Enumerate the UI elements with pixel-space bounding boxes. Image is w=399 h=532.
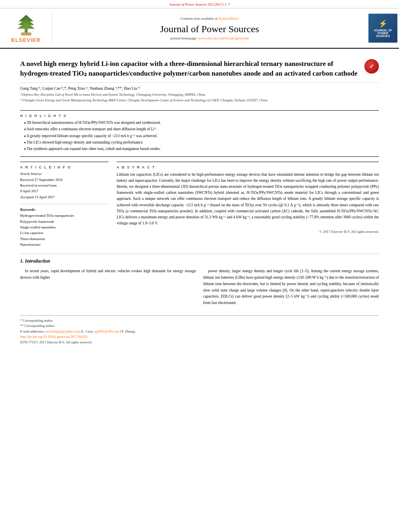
- article-title-section: A novel high energy hybrid Li-ion capaci…: [20, 53, 379, 83]
- footnote-corresponding-2: ** Corresponding author.: [20, 323, 379, 329]
- journal-homepage-link[interactable]: www.elsevier.com/locate/jpowsour: [198, 36, 249, 40]
- doi-link[interactable]: http://dx.doi.org/10.1016/j.jpowsour.201…: [20, 335, 88, 339]
- journal-title: Journal of Power Sources: [60, 24, 359, 35]
- intro-para-left: In recent years, rapid development of hy…: [20, 268, 196, 281]
- intro-title: 1. Introduction: [20, 258, 379, 264]
- history-subsection: Article history: Received 27 September 2…: [20, 172, 109, 200]
- intro-right-col: power density, larger energy density and…: [203, 268, 379, 309]
- sciencedirect-line: Contents lists available at ScienceDirec…: [60, 16, 359, 21]
- revised-date: 9 April 2017: [20, 188, 109, 194]
- highlight-item: 3D hierarchical nanostructures of H-TiO₂…: [24, 120, 379, 125]
- affiliation-b: ᵇ Chengdu Green Energy and Green Manufac…: [20, 98, 379, 103]
- journal-homepage: journal homepage: www.elsevier.com/locat…: [60, 36, 359, 40]
- authors-line: Gang Tang ᵃ, Liujun Cao ᵇ,*, Peng Xiao ᵃ…: [20, 86, 379, 90]
- abstract-text: Lithium ion capacitors (LICs) are consid…: [117, 172, 379, 227]
- highlight-item: A greatly improved lithium storage speci…: [24, 134, 379, 139]
- authors-section: Gang Tang ᵃ, Liujun Cao ᵇ,*, Peng Xiao ᵃ…: [20, 83, 379, 107]
- article-info-abstract-row: A R T I C L E I N F O Article history: R…: [20, 162, 379, 248]
- intro-para-right: power density, larger energy density and…: [203, 268, 379, 306]
- keyword-item: Three-dimension: [20, 236, 109, 242]
- footnote-emails: E-mail addresses: mrcaoliujun@yahoo.com …: [20, 329, 379, 335]
- highlight-item: The synthesis approach can expand into o…: [24, 146, 379, 152]
- highlights-list: 3D hierarchical nanostructures of H-TiO₂…: [20, 120, 379, 152]
- abstract-section: A B S T R A C T Lithium ion capacitors (…: [117, 162, 379, 234]
- journal-citation: Journal of Power Sources 355 (2017) 1–7: [0, 0, 399, 8]
- article-info-label: A R T I C L E I N F O: [20, 165, 109, 169]
- copyright-line: © 2017 Elsevier B.V. All rights reserved…: [117, 230, 379, 234]
- highlights-label: H I G H L I G H T S: [20, 114, 379, 118]
- highlight-item: The LICs showed high energy density and …: [24, 140, 379, 145]
- highlights-section: H I G H L I G H T S 3D hierarchical nano…: [20, 110, 379, 156]
- introduction-section: 1. Introduction In recent years, rapid d…: [20, 254, 379, 309]
- article-info-col: A R T I C L E I N F O Article history: R…: [20, 162, 109, 248]
- abstract-label: A B S T R A C T: [117, 165, 379, 169]
- highlight-item: Such networks offer a continuous electro…: [24, 127, 379, 132]
- journal-header: ELSEVIER Contents lists available at Sci…: [0, 8, 399, 49]
- abstract-col: A B S T R A C T Lithium ion capacitors (…: [117, 162, 379, 248]
- power-sources-logo: ⚡ JOURNAL OF POWER SOURCES: [367, 12, 399, 45]
- svg-marker-3: [17, 22, 35, 29]
- keyword-item: Nanostructure: [20, 242, 109, 247]
- email-link-1[interactable]: mrcaoliujun@yahoo.com: [45, 329, 80, 333]
- accepted-date: Accepted 13 April 2017: [20, 194, 109, 200]
- elsevier-logo: ELSEVIER: [0, 12, 52, 45]
- affiliation-a: ᵃ Defence Key Discipline Lab of Novel Mi…: [20, 92, 379, 97]
- article-title: A novel high energy hybrid Li-ion capaci…: [20, 59, 359, 78]
- lightning-icon: ⚡: [378, 19, 387, 28]
- received-date: Received 27 September 2016: [20, 177, 109, 183]
- elsevier-tree-icon: [10, 13, 42, 35]
- content-area: A novel high energy hybrid Li-ion capaci…: [0, 49, 399, 350]
- keywords-title: Keywords:: [20, 207, 109, 212]
- email-link-2[interactable]: xp2031@163.com: [94, 329, 119, 333]
- divider: [20, 204, 109, 204]
- intro-left-col: In recent years, rapid development of hy…: [20, 268, 196, 309]
- footer-notes: * Corresponding author. ** Corresponding…: [20, 315, 379, 345]
- svg-rect-4: [21, 33, 31, 35]
- sciencedirect-link[interactable]: ScienceDirect: [218, 16, 239, 21]
- footnote-issn: 0378-7753/© 2017 Elsevier B.V. All right…: [20, 340, 379, 345]
- journal-info-block: Contents lists available at ScienceDirec…: [52, 12, 367, 45]
- keyword-item: Hydrogen-treated TiO₂ nanoparticles: [20, 213, 109, 218]
- article-info-section: A R T I C L E I N F O Article history: R…: [20, 162, 109, 248]
- crossmark-badge: ✓: [364, 59, 379, 74]
- revised-label: Received in revised form: [20, 183, 109, 188]
- history-label: Article history:: [20, 172, 109, 176]
- elsevier-brand-text: ELSEVIER: [10, 37, 42, 43]
- keyword-item: Li-ion capacitor: [20, 230, 109, 236]
- keywords-section: Keywords: Hydrogen-treated TiO₂ nanopart…: [20, 207, 109, 247]
- footnote-corresponding-1: * Corresponding author.: [20, 318, 379, 324]
- crossmark-icon: ✓: [369, 63, 374, 70]
- intro-content: In recent years, rapid development of hy…: [20, 268, 379, 309]
- keyword-item: Single-walled nanotubes: [20, 224, 109, 230]
- keyword-item: Polypyrrole framework: [20, 219, 109, 224]
- affiliations: ᵃ Defence Key Discipline Lab of Novel Mi…: [20, 92, 379, 103]
- footnote-doi: http://dx.doi.org/10.1016/j.jpowsour.201…: [20, 334, 379, 340]
